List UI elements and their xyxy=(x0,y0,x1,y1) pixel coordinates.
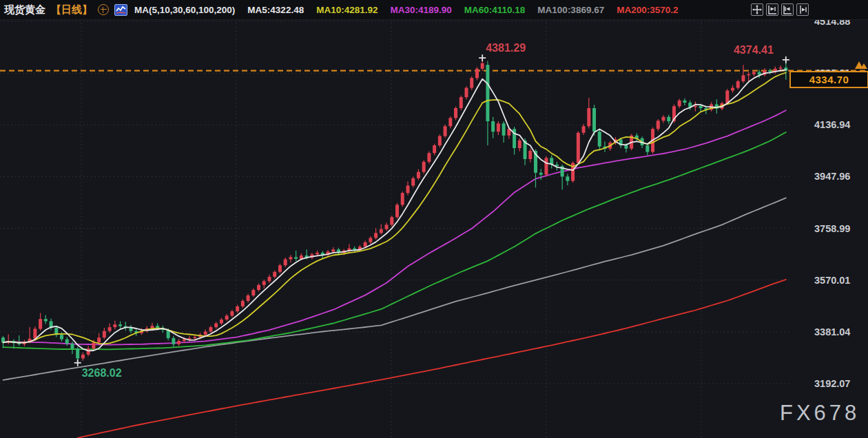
scale-left-icon xyxy=(767,5,777,14)
crosshair-icon xyxy=(752,5,762,14)
axis-label-3947.96: 3947.96 xyxy=(814,171,850,182)
last-price-value: 4334.70 xyxy=(809,74,849,85)
jump-latest-icon[interactable] xyxy=(855,61,867,69)
chart-type-icon[interactable] xyxy=(114,4,127,16)
add-indicator-icon[interactable] xyxy=(98,4,109,15)
last-price-axis-label: 4334.70 xyxy=(789,71,868,88)
ma30-value: MA30:4189.90 xyxy=(390,5,451,15)
ma-line-ma30 xyxy=(3,110,786,344)
timeframe-label[interactable]: 【日线】 xyxy=(51,3,92,17)
annotation-4381.29: 4381.29 xyxy=(486,42,526,54)
ma60-value: MA60:4110.18 xyxy=(464,5,526,15)
extreme-markers xyxy=(74,54,789,366)
ma100-value: MA100:3869.67 xyxy=(537,5,604,15)
crosshair-move-button[interactable] xyxy=(751,3,763,16)
ma200-value: MA200:3570.2 xyxy=(617,5,678,15)
scale-right-icon xyxy=(783,5,792,14)
axis-label-3192.07: 3192.07 xyxy=(814,378,850,389)
ma-line-ma5 xyxy=(3,70,786,351)
ma5-value: MA5:4322.48 xyxy=(247,5,304,15)
axis-label-4136.94: 4136.94 xyxy=(814,119,850,130)
gold-daily-chart-window: 4381.294374.413268.024514.884325.914136.… xyxy=(0,0,868,438)
axis-label-3381.04: 3381.04 xyxy=(814,326,850,337)
instrument-name: 现货黄金 xyxy=(4,3,45,17)
scale-right-button[interactable] xyxy=(781,3,794,16)
scale-left-button[interactable] xyxy=(766,3,778,16)
scroll-latest-button[interactable] xyxy=(796,3,809,16)
fx678-watermark: FX678 xyxy=(780,401,860,426)
annotation-4374.41: 4374.41 xyxy=(734,44,774,56)
candlestick-chart-canvas[interactable]: 4381.294374.413268.024514.884325.914136.… xyxy=(0,0,868,438)
instrument-info: 现货黄金 【日线】 MA(5,10,30,60,100,200) MA5:432… xyxy=(0,3,679,17)
chart-header-bar: 现货黄金 【日线】 MA(5,10,30,60,100,200) MA5:432… xyxy=(0,0,868,20)
ma-line-ma200 xyxy=(78,280,786,438)
axis-label-3570.01: 3570.01 xyxy=(814,275,850,286)
ma10-value: MA10:4281.92 xyxy=(316,5,378,15)
ma-settings-label[interactable]: MA(5,10,30,60,100,200) xyxy=(134,5,235,15)
scroll-latest-icon xyxy=(798,5,807,14)
axis-label-3758.99: 3758.99 xyxy=(814,223,850,234)
annotation-3268.02: 3268.02 xyxy=(82,367,122,379)
price-annotations: 4381.294374.413268.02 xyxy=(82,42,774,379)
chart-toolbar xyxy=(751,3,868,16)
